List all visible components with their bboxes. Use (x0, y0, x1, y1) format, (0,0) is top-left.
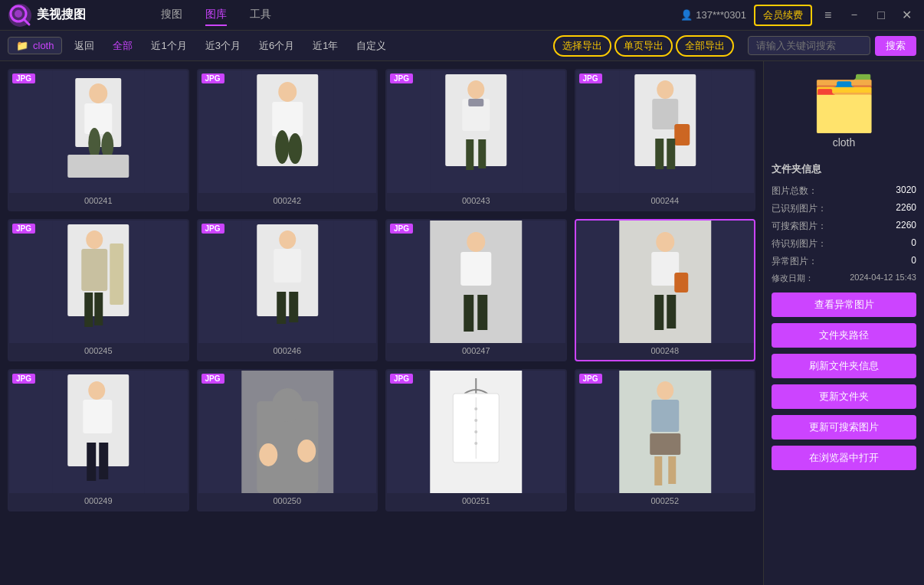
jpg-badge-243: JPG (390, 74, 413, 83)
svg-rect-43 (289, 292, 298, 322)
svg-rect-47 (464, 295, 473, 332)
svg-rect-22 (466, 139, 473, 170)
svg-point-71 (474, 419, 477, 422)
maximize-button[interactable]: □ (873, 7, 890, 24)
jpg-badge-244: JPG (579, 74, 602, 83)
image-grid-area[interactable]: JPG 000241 JPG (0, 61, 763, 585)
img-thumb-250 (198, 371, 377, 493)
svg-point-26 (657, 80, 673, 99)
jpg-badge-247: JPG (390, 224, 413, 234)
image-card-245[interactable]: JPG 000245 (8, 219, 189, 361)
svg-rect-48 (477, 295, 487, 330)
svg-point-64 (259, 443, 277, 466)
image-card-247[interactable]: JPG 000247 (385, 219, 567, 361)
svg-rect-77 (650, 433, 680, 455)
view-error-btn[interactable]: 查看异常图片 (772, 292, 916, 317)
export-page-button[interactable]: 单页导出 (614, 35, 673, 57)
img-thumb-244 (576, 70, 755, 193)
error-value: 0 (911, 255, 916, 268)
img-label-249: 000249 (9, 493, 188, 510)
vip-button[interactable]: 会员续费 (754, 5, 812, 26)
export-all-button[interactable]: 全部导出 (676, 35, 734, 57)
folder-info-title: 文件夹信息 (772, 162, 916, 176)
svg-rect-59 (87, 443, 96, 481)
svg-rect-30 (667, 139, 675, 169)
img-label-247: 000247 (387, 343, 565, 360)
open-browser-btn[interactable]: 在浏览器中打开 (772, 446, 916, 470)
titlebar: 美视搜图 搜图 图库 工具 👤 137***0301 会员续费 ≡ － □ ✕ (0, 0, 924, 31)
svg-rect-41 (274, 249, 301, 283)
jpg-badge-242: JPG (202, 74, 224, 83)
svg-point-8 (88, 128, 100, 159)
searchable-value: 2260 (896, 220, 916, 233)
info-row-modify-date: 修改日期： 2024-04-12 15:43 (772, 270, 916, 286)
image-card-244[interactable]: JPG 000244 (575, 69, 756, 211)
svg-rect-78 (654, 456, 662, 485)
refresh-folder-btn[interactable]: 刷新文件夹信息 (772, 354, 916, 378)
info-row-searchable: 可搜索图片： 2260 (772, 217, 916, 235)
image-card-251[interactable]: JPG 00025 (385, 369, 567, 511)
info-row-pending: 待识别图片： 0 (772, 235, 916, 253)
search-input[interactable] (748, 36, 870, 55)
folder-tag-icon: 📁 (16, 40, 28, 51)
info-row-recognized: 已识别图片： 2260 (772, 200, 916, 217)
folder-path-btn[interactable]: 文件夹路径 (772, 323, 916, 348)
folder-preview: 🗂️ cloth (772, 69, 916, 156)
searchable-label: 可搜索图片： (772, 220, 827, 233)
image-card-250[interactable]: JPG 000250 (197, 369, 378, 511)
image-card-249[interactable]: JPG 000249 (8, 369, 189, 511)
nav-item-library[interactable]: 图库 (205, 5, 227, 26)
right-panel: 🗂️ cloth 文件夹信息 图片总数： 3020 已识别图片： 2260 可搜… (763, 61, 924, 585)
export-select-button[interactable]: 选择导出 (553, 35, 611, 57)
filter-back[interactable]: 返回 (68, 36, 100, 56)
img-label-243: 000243 (387, 193, 565, 210)
jpg-badge-252: JPG (579, 374, 602, 384)
svg-rect-79 (668, 456, 676, 484)
filter-1y[interactable]: 近1年 (306, 36, 344, 56)
image-card-248[interactable]: 000248 (575, 219, 756, 361)
image-card-252[interactable]: JPG 000252 (575, 369, 756, 511)
update-searchable-btn[interactable]: 更新可搜索图片 (772, 415, 916, 440)
modify-label: 修改日期： (772, 273, 814, 284)
svg-rect-10 (67, 155, 129, 178)
filter-1m[interactable]: 近1个月 (145, 36, 192, 56)
nav-item-search[interactable]: 搜图 (161, 5, 182, 26)
svg-point-72 (474, 430, 477, 433)
update-folder-btn[interactable]: 更新文件夹 (772, 384, 916, 409)
svg-rect-23 (478, 139, 486, 168)
user-icon: 👤 (680, 9, 693, 21)
image-card-241[interactable]: JPG 000241 (8, 69, 189, 211)
image-card-242[interactable]: JPG 000242 (197, 69, 378, 211)
image-card-246[interactable]: JPG 000246 (197, 219, 378, 361)
image-card-243[interactable]: JPG 000243 (385, 69, 567, 211)
svg-rect-54 (667, 295, 676, 328)
svg-rect-37 (110, 243, 123, 305)
close-button[interactable]: ✕ (897, 6, 916, 24)
info-row-total: 图片总数： 3020 (772, 182, 916, 200)
svg-rect-46 (460, 252, 491, 286)
svg-rect-34 (81, 249, 107, 291)
filter-custom[interactable]: 自定义 (350, 36, 392, 56)
minimize-button[interactable]: － (844, 5, 865, 25)
user-info: 👤 137***0301 (680, 9, 746, 21)
svg-point-57 (88, 381, 105, 400)
img-thumb-243 (387, 70, 565, 193)
menu-button[interactable]: ≡ (820, 7, 836, 24)
img-label-251: 000251 (387, 493, 565, 510)
jpg-badge-241: JPG (12, 74, 35, 83)
logo-icon (8, 3, 32, 28)
search-button[interactable]: 搜索 (875, 36, 916, 56)
img-label-245: 000245 (9, 343, 188, 360)
filter-3m[interactable]: 近3个月 (199, 36, 247, 56)
img-thumb-252 (576, 371, 755, 493)
nav-item-tools[interactable]: 工具 (250, 5, 271, 26)
main-area: JPG 000241 JPG (0, 61, 924, 585)
folder-tag: 📁 cloth (8, 37, 62, 54)
app-logo-text: 美视搜图 (37, 7, 86, 23)
export-group: 选择导出 单页导出 全部导出 (553, 35, 734, 57)
svg-point-6 (89, 83, 107, 103)
svg-rect-27 (652, 99, 678, 129)
folder-icon-large: 🗂️ (811, 77, 877, 130)
filter-6m[interactable]: 近6个月 (253, 36, 300, 56)
filter-all[interactable]: 全部 (106, 36, 139, 56)
